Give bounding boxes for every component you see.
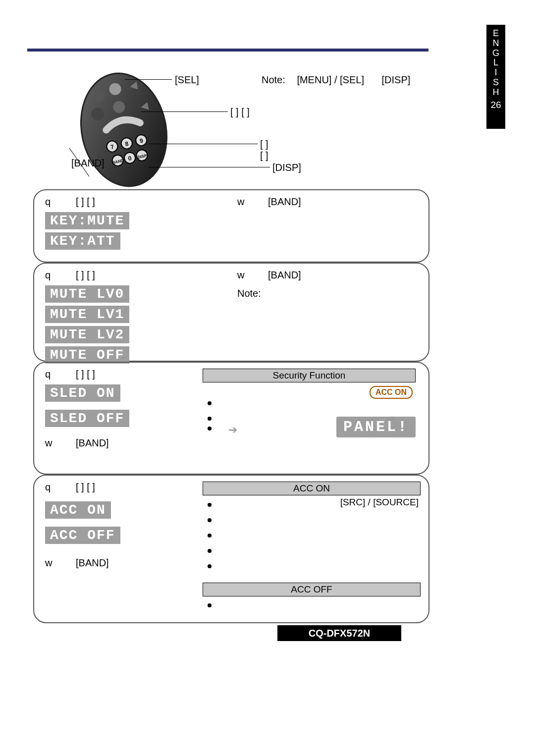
callout-row2: [ ] [ ]: [260, 139, 272, 162]
model-footer: CQ-DFX572N: [277, 625, 401, 641]
sec3-bullets-1: ➔: [208, 398, 416, 414]
step-q: q: [45, 196, 56, 208]
arrow-right-icon: ➔: [228, 424, 237, 436]
brackets: [ ] [ ]: [76, 270, 95, 281]
sec1-left: q [ ] [ ] KEY:MUTE KEY:ATT: [45, 196, 209, 251]
step-q: q: [45, 369, 56, 380]
display-sled-off: SLED OFF: [45, 410, 129, 427]
sec2-brackets: q [ ] [ ]: [45, 270, 209, 281]
sec4-off-bullets: [208, 600, 421, 611]
svg-point-0: [72, 72, 176, 188]
list-item: [208, 398, 416, 409]
band-ref: [BAND]: [268, 270, 301, 281]
list-item: [208, 561, 421, 572]
section-acc: q [ ] [ ] ACC ON ACC OFF w [BAND] ACC ON…: [33, 475, 429, 623]
page-number: 26: [486, 100, 505, 110]
band-ref: [BAND]: [76, 557, 109, 569]
display-acc-on: ACC ON: [45, 501, 111, 519]
remote-svg: 7 8 9 BAND 0 DISP: [72, 72, 176, 188]
step-q: q: [45, 482, 56, 493]
brackets: [ ] [ ]: [76, 196, 95, 208]
list-item: [208, 531, 421, 541]
callout-disp: [DISP]: [272, 162, 301, 173]
display-mute-lv1: MUTE LV1: [45, 306, 129, 323]
sec3-right: Security Function ACC ON ➔ PANEL! ➔: [203, 369, 416, 441]
sec2-left: q [ ] [ ] MUTE LV0 MUTE LV1 MUTE LV2 MUT…: [45, 270, 209, 365]
sec4-brackets: q [ ] [ ]: [45, 482, 209, 493]
manual-page: ENGLISH 26 Note: [MENU] / [SEL] [DISP]: [0, 0, 535, 756]
display-mute-off: MUTE OFF: [45, 346, 129, 364]
callout-line-row1: [141, 111, 228, 112]
top-note: Note: [MENU] / [SEL] [DISP]: [262, 74, 415, 86]
menu-sel-ref: [MENU] / [SEL]: [297, 74, 364, 85]
language-tab: ENGLISH 26: [486, 25, 505, 129]
disp-ref: [DISP]: [382, 74, 411, 85]
sec3-band: w [BAND]: [45, 437, 209, 449]
sec4-band: w [BAND]: [45, 557, 209, 569]
brackets: [ ] [ ]: [76, 369, 95, 380]
step-q: q: [45, 270, 56, 281]
sec4-on-bullets: [208, 500, 421, 572]
sec3-left: q [ ] [ ] SLED ON SLED OFF w [BAND]: [45, 369, 209, 449]
display-sled-on: SLED ON: [45, 384, 120, 402]
remote-illustration: 7 8 9 BAND 0 DISP [SEL] [ ] [ ] [ ] [ ] …: [64, 64, 272, 191]
sec2-right: w [BAND] Note:: [237, 270, 426, 299]
sec3-bullets-2: ➔: [208, 424, 416, 441]
list-item: [208, 515, 421, 526]
language-vertical: ENGLISH: [486, 29, 505, 98]
step-w: w: [45, 557, 56, 569]
section-sled: q [ ] [ ] SLED ON SLED OFF w [BAND] Secu…: [33, 362, 429, 475]
sec4-left: q [ ] [ ] ACC ON ACC OFF w [BAND]: [45, 482, 209, 569]
callout-sel: [SEL]: [175, 74, 199, 86]
sec4-right: ACC ON [SRC] / [SOURCE] ACC OFF: [203, 482, 421, 616]
step-w: w: [237, 196, 248, 208]
sec1-brackets: q [ ] [ ]: [45, 196, 209, 208]
header-rule: [27, 49, 428, 52]
display-acc-off: ACC OFF: [45, 527, 120, 544]
list-item: [208, 600, 421, 611]
band-ref: [BAND]: [268, 196, 301, 208]
sec1-right: w [BAND]: [237, 196, 426, 208]
band-ref: [BAND]: [76, 437, 109, 449]
display-mute-lv0: MUTE LV0: [45, 285, 129, 303]
display-key-mute: KEY:MUTE: [45, 212, 129, 229]
acc-on-header: ACC ON: [203, 482, 421, 495]
step-w: w: [237, 270, 248, 281]
callout-line-disp: [149, 167, 270, 167]
display-key-att: KEY:ATT: [45, 232, 120, 250]
callout-line-sel: [125, 79, 172, 80]
display-mute-lv2: MUTE LV2: [45, 326, 129, 343]
callout-row1: [ ] [ ]: [230, 107, 250, 118]
sec2-band: w [BAND]: [237, 270, 426, 281]
list-item: [208, 546, 421, 556]
brackets: [ ] [ ]: [76, 482, 95, 493]
sec2-note: Note:: [237, 288, 426, 299]
security-function-header: Security Function: [203, 369, 416, 382]
list-item: ➔: [208, 424, 416, 436]
sec1-band: w [BAND]: [237, 196, 426, 208]
acc-on-pill: ACC ON: [370, 386, 413, 399]
section-mute-key: q [ ] [ ] KEY:MUTE KEY:ATT w [BAND]: [33, 189, 429, 263]
step-w: w: [45, 437, 56, 449]
callout-line-row2: [149, 144, 258, 144]
sec3-brackets: q [ ] [ ]: [45, 369, 209, 380]
section-mute-level: q [ ] [ ] MUTE LV0 MUTE LV1 MUTE LV2 MUT…: [33, 263, 429, 362]
callout-band: [BAND]: [71, 158, 105, 169]
list-item: [208, 500, 421, 510]
acc-off-header: ACC OFF: [203, 583, 421, 596]
